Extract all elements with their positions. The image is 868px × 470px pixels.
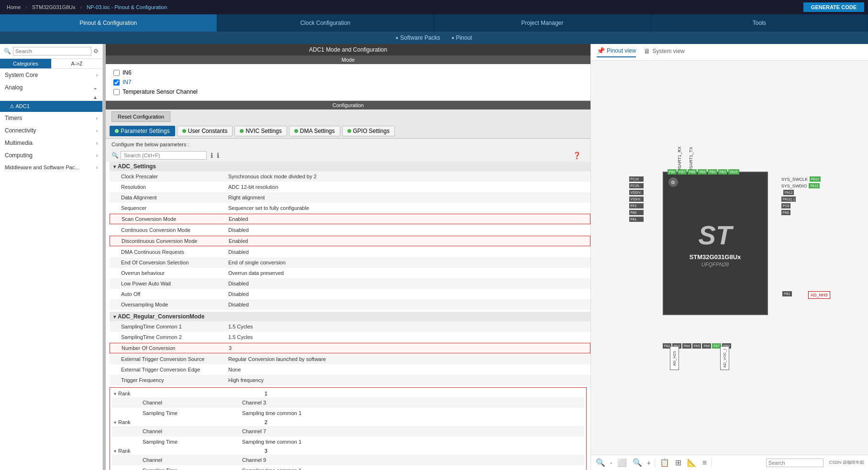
- pin-pa6[interactable]: PA6: [702, 343, 711, 349]
- list-icon[interactable]: ≡: [701, 458, 708, 468]
- toolbar-separator-2: [712, 458, 712, 468]
- right-panel: 📌 Pinout view 🖥 System view USART1_RX US…: [590, 44, 868, 470]
- rank-2-collapse[interactable]: ▾ Rank 2: [112, 418, 584, 426]
- pin-pc15[interactable]: PC15-: [629, 183, 644, 188]
- sidebar-item-multimedia[interactable]: Multimedia ›: [0, 137, 102, 149]
- pin-pa12[interactable]: PA12: [783, 190, 794, 195]
- parameter-tabs: Parameter Settings User Constants NVIC S…: [106, 124, 590, 139]
- tab-parameter-settings[interactable]: Parameter Settings: [110, 126, 175, 136]
- section2-chevron-down: ▾: [113, 314, 116, 319]
- pin-pa14-row: SYS_SWCLK PA14: [781, 176, 821, 182]
- tab-user-constants[interactable]: User Constants: [177, 126, 233, 136]
- pin-pb7[interactable]: PB7: [678, 169, 687, 175]
- center-panel: ADC1 Mode and Configuration Mode IN6 IN7…: [106, 44, 590, 470]
- pin-pb3[interactable]: PB3: [718, 169, 727, 175]
- search-chip-input[interactable]: [766, 459, 823, 467]
- pin-pf2[interactable]: PF2: [629, 203, 644, 208]
- setting-resolution: Resolution ADC 12-bit resolution: [110, 182, 590, 192]
- pin-ad-h2s-label[interactable]: AD_H2S: [670, 346, 679, 370]
- pin-pb1[interactable]: PB1: [782, 291, 791, 296]
- analog-collapse-arrow[interactable]: ▲: [0, 94, 102, 101]
- zoom-in-icon[interactable]: 🔍: [632, 457, 643, 468]
- help-icon: ❓: [573, 152, 581, 159]
- right-pins: SYS_SWCLK PA14 SYS_SWDIO PA13 PA12 PA11[…: [781, 176, 821, 215]
- subtab-pinout[interactable]: ▾ Pinout: [452, 34, 472, 41]
- info-icon-1[interactable]: ℹ: [211, 152, 213, 159]
- tab-categories[interactable]: Categories: [0, 59, 51, 68]
- adc-regular-conversion-section: ▾ ADC_Regular_ConversionMode SamplingTim…: [106, 312, 590, 385]
- pin-pb8[interactable]: PB8: [668, 169, 677, 175]
- pin-pa11[interactable]: PA11[..]: [781, 197, 796, 202]
- chevron-right-icon-timers: ›: [96, 116, 98, 121]
- pin-vssv: VSS/V..: [629, 197, 644, 202]
- rank-3-collapse[interactable]: ▾ Rank 3: [112, 447, 584, 455]
- copy-icon[interactable]: 📋: [659, 457, 670, 468]
- checkbox-in7: IN7: [113, 77, 583, 87]
- reset-configuration-button[interactable]: Reset Configuration: [111, 111, 170, 122]
- breadcrumb-device[interactable]: STM32G031G8Ux: [29, 4, 78, 10]
- setting-data-alignment: Data Alignment Right alignment: [110, 192, 590, 203]
- temp-sensor-checkbox[interactable]: [113, 89, 120, 95]
- pin-pb4[interactable]: PB4: [708, 169, 717, 175]
- fit-view-icon[interactable]: ⬜: [616, 457, 628, 468]
- pinout-icon: 📌: [597, 47, 605, 55]
- pin-pa0[interactable]: PA0: [629, 210, 644, 215]
- sidebar-item-computing[interactable]: Computing ›: [0, 149, 102, 162]
- pin-ad-nh3-label[interactable]: AD_NH3: [808, 291, 830, 299]
- chevron-right-icon-multimedia: ›: [96, 141, 98, 146]
- breadcrumb-home[interactable]: Home: [4, 4, 23, 10]
- pin-pc14[interactable]: PC14: [629, 176, 644, 182]
- pin-pa14[interactable]: PA14: [810, 176, 821, 182]
- setting-trigger-frequency: Trigger Frequency High frequency: [110, 375, 590, 385]
- tab-dma-settings[interactable]: DMA Settings: [289, 126, 340, 136]
- tab-project-manager[interactable]: Project Manager: [434, 14, 651, 32]
- pin-pa8[interactable]: PA8: [781, 210, 790, 215]
- config-search-input[interactable]: [121, 151, 207, 160]
- subtab-software-packs[interactable]: ▾ Software Packs: [396, 34, 440, 41]
- setting-clock-prescaler: Clock Prescaler Synchronous clock mode d…: [110, 171, 590, 182]
- setting-ext-trigger-edge: External Trigger Conversion Edge None: [110, 364, 590, 375]
- tab-nvic-settings[interactable]: NVIC Settings: [234, 126, 287, 136]
- rank-1-collapse[interactable]: ▾ Rank 1: [112, 390, 584, 397]
- pin-pa4[interactable]: PA4: [682, 343, 691, 349]
- in6-checkbox[interactable]: [113, 70, 120, 76]
- sys-swdio-label: SYS_SWDIO: [781, 184, 807, 188]
- tab-atoz[interactable]: A->Z: [51, 59, 102, 68]
- view-tab-system[interactable]: 🖥 System view: [644, 47, 684, 57]
- pin-pa5[interactable]: PA5: [692, 343, 701, 349]
- grid-icon[interactable]: ⊞: [674, 457, 682, 468]
- sidebar-item-system-core[interactable]: System Core ›: [0, 69, 102, 81]
- pin-pb5[interactable]: PB5: [698, 169, 707, 175]
- layers-icon[interactable]: 📐: [686, 457, 698, 468]
- adc-settings-section-header[interactable]: ▾ ADC_Settings: [110, 162, 590, 171]
- pin-pa1[interactable]: PA1: [629, 217, 644, 222]
- sub-tabs: ▾ Software Packs ▾ Pinout: [0, 32, 868, 44]
- in7-checkbox[interactable]: [113, 79, 120, 86]
- settings-icon[interactable]: ⚙: [93, 48, 99, 55]
- pin-ad-voc-label[interactable]: AD_VOC_I: [720, 346, 729, 370]
- rank2-sampling-time: Sampling Time Sampling time common 1: [112, 437, 584, 447]
- tab-gpio-settings[interactable]: GPIO Settings: [342, 126, 395, 136]
- tab-clock-configuration[interactable]: Clock Configuration: [217, 14, 434, 32]
- sidebar-item-analog[interactable]: Analog ⌄: [0, 81, 102, 94]
- pin-pb6[interactable]: PB6: [688, 169, 697, 175]
- section-label: ADC_Settings: [118, 163, 156, 170]
- pin-pa13[interactable]: PA13: [809, 183, 820, 188]
- sidebar-item-adc1[interactable]: ⚠ ADC1: [0, 101, 102, 112]
- config-section-header: Configuration: [106, 101, 590, 109]
- pin-pc6[interactable]: PC6: [781, 203, 791, 208]
- tab-tools[interactable]: Tools: [651, 14, 868, 32]
- tab-pinout-configuration[interactable]: Pinout & Configuration: [0, 14, 217, 32]
- sidebar-item-timers[interactable]: Timers ›: [0, 112, 102, 124]
- zoom-out-icon[interactable]: 🔍: [595, 457, 606, 468]
- main-tabs: Pinout & Configuration Clock Configurati…: [0, 14, 868, 32]
- sidebar-search-input[interactable]: [13, 47, 91, 55]
- pin-pa15[interactable]: PA15: [728, 169, 739, 175]
- generate-code-button[interactable]: GENERATE CODE: [803, 2, 864, 12]
- sidebar-item-middleware[interactable]: Middleware and Software Pac... ›: [0, 162, 102, 173]
- sidebar-item-connectivity[interactable]: Connectivity ›: [0, 124, 102, 137]
- adc-regular-section-header[interactable]: ▾ ADC_Regular_ConversionMode: [110, 312, 590, 321]
- pin-pa12-row: PA12: [781, 190, 821, 195]
- info-icon-2[interactable]: ℹ: [217, 152, 219, 159]
- view-tab-pinout[interactable]: 📌 Pinout view: [597, 47, 636, 57]
